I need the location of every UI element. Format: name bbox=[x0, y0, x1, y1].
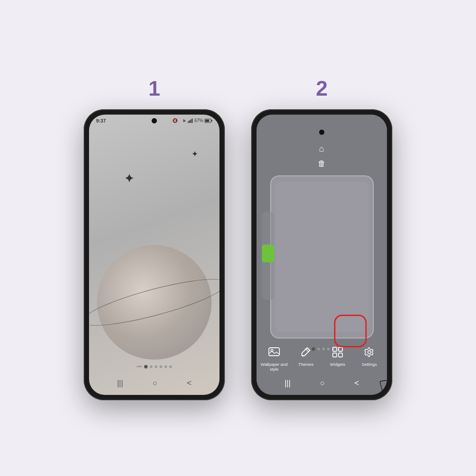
svg-rect-12 bbox=[338, 353, 342, 357]
page-preview-inner bbox=[275, 182, 368, 332]
wallpaper-icon bbox=[268, 347, 280, 357]
widgets-action[interactable]: Widgets bbox=[322, 344, 353, 367]
battery-text: 67% bbox=[194, 118, 203, 123]
main-container: 1 9:37 🔇 bbox=[66, 59, 410, 418]
svg-rect-9 bbox=[333, 347, 337, 351]
svg-point-13 bbox=[368, 350, 371, 353]
page-dots-1 bbox=[89, 365, 219, 368]
step-1-number: 1 bbox=[149, 76, 160, 100]
page-preview bbox=[270, 175, 374, 338]
dot-6 bbox=[169, 365, 172, 368]
widgets-label: Widgets bbox=[330, 362, 345, 367]
star-sparkle-2: ✦ bbox=[124, 172, 134, 186]
svg-rect-1 bbox=[189, 120, 190, 123]
trash-icon-overlay: 🗑 bbox=[318, 159, 326, 168]
nav-bar-1: ||| ○ < bbox=[89, 372, 219, 395]
themes-icon bbox=[301, 347, 311, 357]
phone-1: 9:37 🔇 bbox=[84, 109, 225, 400]
phone-1-screen: 9:37 🔇 bbox=[89, 115, 219, 395]
nav-home-2[interactable]: ○ bbox=[320, 379, 325, 388]
themes-action[interactable]: Themes bbox=[290, 344, 322, 367]
phone-2-screen: ⌂ 🗑 bbox=[257, 115, 387, 395]
bottom-action-bar: Wallpaper and style Themes bbox=[257, 341, 387, 372]
camera-notch-1 bbox=[152, 118, 157, 123]
wallpaper-icon-box bbox=[266, 344, 282, 360]
wallpaper-label: Wallpaper and style bbox=[258, 362, 290, 372]
step-2: 2 ⌂ 🗑 bbox=[251, 76, 392, 400]
svg-rect-6 bbox=[205, 119, 209, 122]
widgets-icon bbox=[332, 346, 343, 358]
themes-icon-box bbox=[298, 344, 314, 360]
dot-1 bbox=[144, 365, 148, 368]
planet-wallpaper bbox=[89, 245, 219, 360]
home-icon-overlay: ⌂ bbox=[319, 144, 324, 154]
camera-notch-2 bbox=[319, 130, 324, 135]
widgets-highlight-box bbox=[334, 315, 367, 347]
svg-rect-11 bbox=[333, 353, 337, 357]
nav-back-2[interactable]: < bbox=[354, 379, 359, 388]
step-2-number: 2 bbox=[316, 76, 328, 100]
dot-5 bbox=[164, 365, 167, 368]
side-strip-green bbox=[262, 245, 274, 262]
themes-label: Themes bbox=[298, 362, 313, 367]
status-icons: 🔇 67% bbox=[172, 118, 212, 123]
nav-bar-2: ||| ○ < bbox=[257, 372, 387, 395]
svg-rect-10 bbox=[338, 347, 342, 351]
dot-4 bbox=[160, 365, 162, 368]
settings-icon bbox=[364, 347, 375, 357]
settings-action[interactable]: Settings bbox=[353, 344, 385, 367]
dot-3 bbox=[155, 365, 157, 368]
nav-recent[interactable]: ||| bbox=[117, 379, 123, 388]
nav-home[interactable]: ○ bbox=[152, 379, 157, 388]
planet-ring bbox=[89, 270, 219, 335]
planet bbox=[97, 245, 212, 360]
svg-rect-3 bbox=[192, 119, 193, 123]
nav-recent-2[interactable]: ||| bbox=[284, 379, 290, 388]
nav-back[interactable]: < bbox=[187, 379, 192, 388]
svg-rect-0 bbox=[188, 121, 189, 123]
dot-2 bbox=[150, 365, 152, 368]
svg-rect-5 bbox=[212, 120, 212, 122]
wallpaper-action[interactable]: Wallpaper and style bbox=[258, 344, 290, 372]
star-sparkle-1: ✦ bbox=[192, 150, 197, 158]
svg-rect-2 bbox=[190, 119, 191, 123]
svg-rect-7 bbox=[269, 348, 279, 356]
settings-label: Settings bbox=[362, 362, 377, 367]
settings-icon-box bbox=[361, 344, 377, 360]
dot-lines bbox=[137, 366, 142, 367]
step-1: 1 9:37 🔇 bbox=[84, 76, 225, 400]
phone-2: ⌂ 🗑 bbox=[251, 109, 392, 400]
home-edit-top-icons: ⌂ 🗑 bbox=[318, 115, 326, 168]
status-time: 9:37 bbox=[96, 118, 106, 123]
